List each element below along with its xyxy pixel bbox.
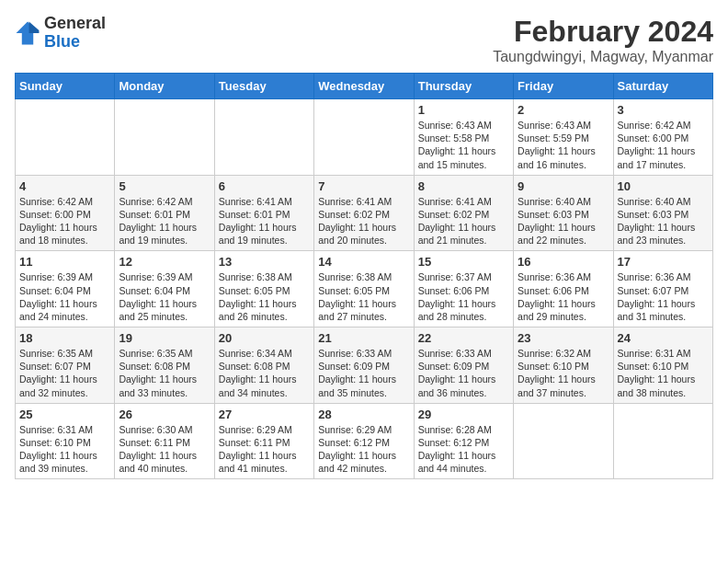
calendar-day-cell: 12Sunrise: 6:39 AM Sunset: 6:04 PM Dayli… xyxy=(115,251,214,327)
day-number: 1 xyxy=(418,103,509,117)
calendar-day-cell: 15Sunrise: 6:37 AM Sunset: 6:06 PM Dayli… xyxy=(414,251,513,327)
calendar-day-cell: 17Sunrise: 6:36 AM Sunset: 6:07 PM Dayli… xyxy=(613,251,712,327)
day-info: Sunrise: 6:42 AM Sunset: 6:00 PM Dayligh… xyxy=(618,119,709,171)
day-number: 17 xyxy=(618,255,709,269)
day-info: Sunrise: 6:38 AM Sunset: 6:05 PM Dayligh… xyxy=(219,270,310,323)
page-header: General Blue February 2024 Taungdwingyi,… xyxy=(15,15,713,65)
day-info: Sunrise: 6:30 AM Sunset: 6:11 PM Dayligh… xyxy=(119,423,210,476)
calendar-day-cell: 11Sunrise: 6:39 AM Sunset: 6:04 PM Dayli… xyxy=(16,251,115,327)
day-number: 27 xyxy=(219,408,310,421)
day-info: Sunrise: 6:31 AM Sunset: 6:10 PM Dayligh… xyxy=(19,423,110,476)
calendar-week-row: 11Sunrise: 6:39 AM Sunset: 6:04 PM Dayli… xyxy=(16,251,713,327)
calendar-day-cell: 19Sunrise: 6:35 AM Sunset: 6:08 PM Dayli… xyxy=(115,327,214,404)
day-number: 25 xyxy=(19,408,110,421)
day-number: 6 xyxy=(219,179,310,193)
calendar-day-cell: 6Sunrise: 6:41 AM Sunset: 6:01 PM Daylig… xyxy=(214,175,313,251)
logo-icon xyxy=(15,20,40,46)
calendar-day-cell xyxy=(214,99,313,176)
day-number: 5 xyxy=(119,179,210,193)
day-number: 14 xyxy=(318,255,409,269)
month-title: February 2024 xyxy=(493,15,713,49)
calendar-day-cell: 20Sunrise: 6:34 AM Sunset: 6:08 PM Dayli… xyxy=(214,327,313,404)
day-number: 7 xyxy=(318,179,409,193)
day-number: 20 xyxy=(219,331,310,345)
calendar-day-cell: 18Sunrise: 6:35 AM Sunset: 6:07 PM Dayli… xyxy=(16,327,115,404)
svg-marker-1 xyxy=(29,21,40,32)
calendar-day-cell: 7Sunrise: 6:41 AM Sunset: 6:02 PM Daylig… xyxy=(314,175,414,251)
day-info: Sunrise: 6:34 AM Sunset: 6:08 PM Dayligh… xyxy=(219,347,310,399)
day-number: 22 xyxy=(418,331,509,345)
day-number: 28 xyxy=(318,408,409,421)
day-number: 21 xyxy=(318,331,409,345)
calendar-day-cell: 3Sunrise: 6:42 AM Sunset: 6:00 PM Daylig… xyxy=(613,99,712,176)
day-number: 23 xyxy=(518,331,609,345)
calendar-week-row: 4Sunrise: 6:42 AM Sunset: 6:00 PM Daylig… xyxy=(16,175,713,251)
day-info: Sunrise: 6:42 AM Sunset: 6:01 PM Dayligh… xyxy=(119,195,210,247)
day-number: 3 xyxy=(618,103,709,117)
day-info: Sunrise: 6:40 AM Sunset: 6:03 PM Dayligh… xyxy=(618,195,709,247)
calendar-day-cell: 4Sunrise: 6:42 AM Sunset: 6:00 PM Daylig… xyxy=(16,175,115,251)
day-number: 29 xyxy=(418,408,509,421)
calendar-day-cell xyxy=(613,403,712,479)
logo: General Blue xyxy=(15,15,106,52)
calendar-day-cell: 22Sunrise: 6:33 AM Sunset: 6:09 PM Dayli… xyxy=(414,327,513,404)
day-info: Sunrise: 6:40 AM Sunset: 6:03 PM Dayligh… xyxy=(518,195,609,247)
weekday-header-cell: Thursday xyxy=(414,74,513,99)
day-info: Sunrise: 6:32 AM Sunset: 6:10 PM Dayligh… xyxy=(518,347,609,399)
day-info: Sunrise: 6:36 AM Sunset: 6:06 PM Dayligh… xyxy=(518,270,609,323)
calendar-day-cell xyxy=(16,99,115,176)
day-number: 26 xyxy=(119,408,210,421)
day-info: Sunrise: 6:35 AM Sunset: 6:08 PM Dayligh… xyxy=(119,347,210,399)
calendar-day-cell: 8Sunrise: 6:41 AM Sunset: 6:02 PM Daylig… xyxy=(414,175,513,251)
logo-text: General Blue xyxy=(44,15,106,52)
day-info: Sunrise: 6:35 AM Sunset: 6:07 PM Dayligh… xyxy=(19,347,110,399)
weekday-header-cell: Wednesday xyxy=(314,74,414,99)
day-info: Sunrise: 6:29 AM Sunset: 6:12 PM Dayligh… xyxy=(318,423,409,476)
day-number: 4 xyxy=(19,179,110,193)
calendar-day-cell: 10Sunrise: 6:40 AM Sunset: 6:03 PM Dayli… xyxy=(613,175,712,251)
day-info: Sunrise: 6:38 AM Sunset: 6:05 PM Dayligh… xyxy=(318,270,409,323)
calendar-day-cell: 25Sunrise: 6:31 AM Sunset: 6:10 PM Dayli… xyxy=(16,403,115,479)
day-number: 15 xyxy=(418,255,509,269)
calendar-day-cell: 23Sunrise: 6:32 AM Sunset: 6:10 PM Dayli… xyxy=(514,327,613,404)
day-info: Sunrise: 6:42 AM Sunset: 6:00 PM Dayligh… xyxy=(19,195,110,247)
day-number: 10 xyxy=(618,179,709,193)
calendar-day-cell: 13Sunrise: 6:38 AM Sunset: 6:05 PM Dayli… xyxy=(214,251,313,327)
calendar-day-cell: 16Sunrise: 6:36 AM Sunset: 6:06 PM Dayli… xyxy=(514,251,613,327)
day-info: Sunrise: 6:31 AM Sunset: 6:10 PM Dayligh… xyxy=(618,347,709,399)
calendar-week-row: 1Sunrise: 6:43 AM Sunset: 5:58 PM Daylig… xyxy=(16,99,713,176)
calendar-day-cell: 9Sunrise: 6:40 AM Sunset: 6:03 PM Daylig… xyxy=(514,175,613,251)
day-info: Sunrise: 6:41 AM Sunset: 6:01 PM Dayligh… xyxy=(219,195,310,247)
calendar-week-row: 18Sunrise: 6:35 AM Sunset: 6:07 PM Dayli… xyxy=(16,327,713,404)
day-info: Sunrise: 6:33 AM Sunset: 6:09 PM Dayligh… xyxy=(318,347,409,399)
calendar-day-cell: 26Sunrise: 6:30 AM Sunset: 6:11 PM Dayli… xyxy=(115,403,214,479)
weekday-header-cell: Tuesday xyxy=(214,74,313,99)
calendar-day-cell xyxy=(514,403,613,479)
weekday-header-cell: Sunday xyxy=(16,74,115,99)
calendar-day-cell xyxy=(115,99,214,176)
day-number: 11 xyxy=(19,255,110,269)
calendar-day-cell: 14Sunrise: 6:38 AM Sunset: 6:05 PM Dayli… xyxy=(314,251,414,327)
location-title: Taungdwingyi, Magway, Myanmar xyxy=(493,49,713,65)
day-info: Sunrise: 6:43 AM Sunset: 5:59 PM Dayligh… xyxy=(518,119,609,171)
day-number: 19 xyxy=(119,331,210,345)
day-info: Sunrise: 6:41 AM Sunset: 6:02 PM Dayligh… xyxy=(418,195,509,247)
day-number: 8 xyxy=(418,179,509,193)
day-info: Sunrise: 6:41 AM Sunset: 6:02 PM Dayligh… xyxy=(318,195,409,247)
day-info: Sunrise: 6:33 AM Sunset: 6:09 PM Dayligh… xyxy=(418,347,509,399)
day-info: Sunrise: 6:28 AM Sunset: 6:12 PM Dayligh… xyxy=(418,423,509,476)
day-number: 12 xyxy=(119,255,210,269)
calendar-day-cell: 24Sunrise: 6:31 AM Sunset: 6:10 PM Dayli… xyxy=(613,327,712,404)
day-info: Sunrise: 6:43 AM Sunset: 5:58 PM Dayligh… xyxy=(418,119,509,171)
weekday-header-cell: Monday xyxy=(115,74,214,99)
calendar-day-cell xyxy=(314,99,414,176)
day-info: Sunrise: 6:29 AM Sunset: 6:11 PM Dayligh… xyxy=(219,423,310,476)
calendar-day-cell: 5Sunrise: 6:42 AM Sunset: 6:01 PM Daylig… xyxy=(115,175,214,251)
day-number: 24 xyxy=(618,331,709,345)
calendar-day-cell: 1Sunrise: 6:43 AM Sunset: 5:58 PM Daylig… xyxy=(414,99,513,176)
weekday-header-cell: Friday xyxy=(514,74,613,99)
calendar-day-cell: 28Sunrise: 6:29 AM Sunset: 6:12 PM Dayli… xyxy=(314,403,414,479)
weekday-header-row: SundayMondayTuesdayWednesdayThursdayFrid… xyxy=(16,74,713,99)
day-number: 2 xyxy=(518,103,609,117)
calendar-day-cell: 27Sunrise: 6:29 AM Sunset: 6:11 PM Dayli… xyxy=(214,403,313,479)
